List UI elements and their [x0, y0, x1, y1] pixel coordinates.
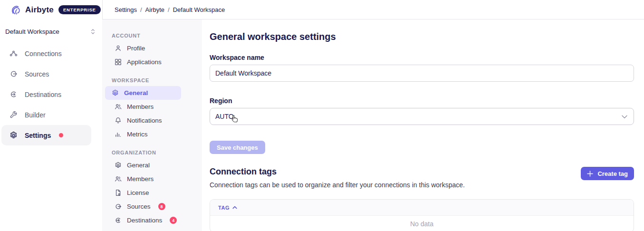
workspace-selector[interactable]: Default Workspace — [0, 23, 102, 39]
breadcrumb-airbyte[interactable]: Airbyte — [145, 6, 164, 13]
gear-icon — [10, 131, 18, 139]
sidebar-nav: Connections Sources Destinations — [0, 43, 102, 145]
sidebar-item-label: Settings — [25, 132, 51, 139]
subnav-item-label: License — [127, 189, 149, 196]
subnav-section-workspace: WORKSPACE General Members — [102, 77, 202, 141]
sidebar-item-settings[interactable]: Settings — [1, 125, 91, 145]
region-select[interactable]: AUTO — [210, 108, 634, 125]
wrench-icon — [10, 111, 18, 119]
hand-cursor-icon — [231, 115, 239, 123]
create-tag-button[interactable]: Create tag — [581, 167, 634, 180]
subnav-item-label: Metrics — [127, 131, 148, 138]
save-changes-button[interactable]: Save changes — [210, 141, 265, 154]
workspace-name-label: Workspace name — [210, 54, 634, 61]
breadcrumb-separator: / — [140, 6, 142, 13]
subnav-item-label: Destinations — [127, 217, 162, 224]
sidebar-item-builder[interactable]: Builder — [1, 105, 91, 125]
subnav-item-workspace-members[interactable]: Members — [105, 100, 181, 114]
section-title: WORKSPACE — [112, 77, 202, 83]
main-content: General workspace settings Workspace nam… — [202, 19, 644, 231]
notification-dot — [59, 133, 63, 137]
subnav-item-label: General — [124, 89, 148, 96]
main-sidebar: Default Workspace Connections — [0, 19, 102, 231]
subnav-item-label: Members — [127, 175, 154, 183]
people-icon — [115, 175, 122, 183]
sidebar-item-label: Connections — [25, 50, 62, 58]
gear-icon — [112, 89, 119, 96]
section-title: ACCOUNT — [112, 33, 202, 38]
subnav-item-label: General — [127, 162, 150, 169]
enterprise-badge: ENTERPRISE — [58, 5, 101, 14]
subnav-item-org-members[interactable]: Members — [105, 172, 181, 186]
subnav-section-account: ACCOUNT Profile Applications — [102, 33, 202, 69]
subnav-item-label: Profile — [127, 45, 145, 52]
destination-arrow-icon — [10, 90, 18, 98]
sort-ascending-icon[interactable] — [232, 206, 237, 209]
subnav-item-metrics[interactable]: Metrics — [105, 127, 181, 141]
sidebar-item-label: Destinations — [25, 91, 61, 98]
breadcrumb-separator: / — [168, 6, 170, 13]
subnav-item-label: Notifications — [127, 117, 162, 124]
document-icon — [115, 189, 122, 196]
subnav-item-label: Applications — [127, 58, 162, 66]
connection-tags-title: Connection tags — [210, 167, 465, 177]
tag-column-header[interactable]: TAG — [218, 205, 230, 211]
breadcrumb-bar: Settings / Airbyte / Default Workspace — [102, 0, 644, 19]
person-icon — [115, 45, 122, 52]
subnav-item-label: Sources — [127, 203, 151, 210]
workspace-selector-value: Default Workspace — [5, 28, 59, 35]
chevron-up-down-icon — [90, 28, 96, 35]
breadcrumb: Settings / Airbyte / Default Workspace — [115, 6, 225, 13]
sidebar-item-sources[interactable]: Sources — [1, 64, 91, 84]
bar-chart-icon — [115, 131, 122, 138]
gear-icon — [115, 162, 122, 169]
source-arrow-icon — [115, 203, 122, 210]
connection-tags-table: TAG No data — [210, 199, 634, 231]
connection-tags-description: Connection tags can be used to organize … — [210, 181, 465, 189]
subnav-item-license[interactable]: License — [105, 186, 181, 200]
sidebar-item-destinations[interactable]: Destinations — [1, 84, 91, 105]
breadcrumb-default-workspace[interactable]: Default Workspace — [173, 6, 225, 13]
subnav-item-org-destinations[interactable]: Destinations 4 — [105, 213, 181, 227]
connections-icon — [10, 49, 18, 58]
people-icon — [115, 103, 122, 110]
destinations-count-badge: 4 — [170, 217, 177, 224]
subnav-item-org-sources[interactable]: Sources 8 — [105, 200, 181, 213]
source-arrow-icon — [10, 70, 18, 78]
subnav-section-organization: ORGANIZATION General Members — [102, 150, 202, 227]
subnav-item-workspace-general[interactable]: General — [105, 86, 181, 100]
brand-wordmark: Airbyte — [25, 5, 54, 15]
breadcrumb-settings[interactable]: Settings — [115, 6, 137, 13]
grid-icon — [115, 58, 122, 66]
subnav-item-applications[interactable]: Applications — [105, 55, 181, 69]
sources-count-badge: 8 — [158, 203, 165, 210]
chevron-down-icon — [622, 115, 627, 119]
section-title: ORGANIZATION — [112, 150, 202, 155]
plus-icon — [587, 171, 593, 177]
destination-arrow-icon — [115, 217, 122, 224]
settings-subnav: ACCOUNT Profile Applications — [102, 19, 202, 231]
subnav-item-profile[interactable]: Profile — [105, 41, 181, 55]
sidebar-item-label: Builder — [25, 111, 46, 119]
subnav-item-label: Members — [127, 103, 154, 110]
page-title: General workspace settings — [210, 31, 634, 42]
airbyte-logo-icon — [11, 5, 20, 15]
top-bar: Airbyte ENTERPRISE Settings / Airbyte / … — [0, 0, 644, 19]
empty-state-text: No data — [210, 216, 634, 231]
bell-icon — [115, 117, 122, 124]
subnav-item-notifications[interactable]: Notifications — [105, 114, 181, 127]
sidebar-item-label: Sources — [25, 70, 49, 78]
workspace-name-input[interactable] — [210, 65, 634, 82]
brand-area: Airbyte ENTERPRISE — [0, 0, 102, 19]
region-label: Region — [210, 97, 634, 105]
sidebar-item-connections[interactable]: Connections — [1, 43, 91, 64]
table-header-row: TAG — [210, 200, 634, 216]
subnav-item-org-general[interactable]: General — [105, 158, 181, 172]
